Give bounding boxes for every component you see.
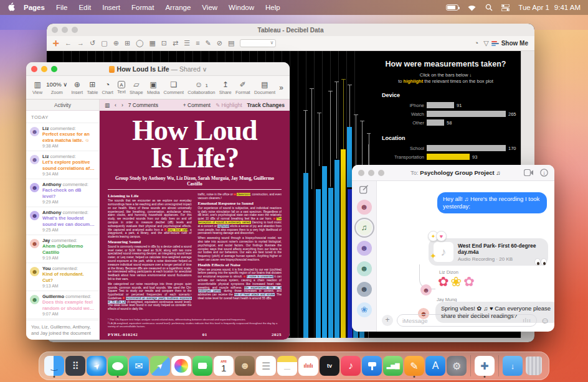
apple-menu-icon[interactable] <box>7 2 15 12</box>
dock-icon-tableau[interactable]: ✚ <box>475 356 495 376</box>
toolbar-shape-button[interactable]: ▱Shape <box>130 80 143 95</box>
conversation-avatar-6[interactable]: ❀ <box>357 302 372 317</box>
add-attachment-button[interactable]: + <box>382 315 393 326</box>
tableau-right-icon-0[interactable]: ◔ <box>475 39 479 47</box>
emoji-picker-icon[interactable]: ☺ <box>541 315 549 325</box>
boxplot-bar[interactable] <box>303 173 308 338</box>
tableau-tool-icon-0[interactable]: ← <box>65 39 72 47</box>
audio-record-icon[interactable]: ılıı <box>523 317 531 324</box>
toolbar-insert-button[interactable]: ⊕Insert <box>71 80 83 95</box>
tableau-tool-icon-2[interactable]: ↺ <box>90 39 95 47</box>
dock-icon-music[interactable]: ♪ <box>341 356 361 376</box>
dock-icon-notes[interactable]: — <box>277 356 297 376</box>
tableau-tool-icon-7[interactable]: ▦ <box>149 39 155 47</box>
dock-icon-photos[interactable] <box>171 356 191 376</box>
tableau-tool-icon-12[interactable]: ✎ <box>206 39 211 47</box>
menu-item-insert[interactable]: Insert <box>102 4 120 11</box>
audio-attachment-bubble[interactable]: ♪✦ West End Park- First 60-degree day.m4… <box>429 238 548 266</box>
prev-comment-button[interactable]: ‹ <box>115 102 116 108</box>
menu-item-file[interactable]: File <box>56 4 68 11</box>
toolbar-view-button[interactable]: ▥View <box>32 80 42 95</box>
menu-app-name[interactable]: Pages <box>24 4 45 11</box>
comment-item[interactable]: ☻Guillermo commented:Does this example f… <box>26 291 99 319</box>
tableau-tool-icon-4[interactable]: ⊕ <box>113 39 119 47</box>
add-comment-button[interactable]: + Comment <box>183 102 211 108</box>
dock-icon-app-store[interactable]: A <box>425 356 445 376</box>
toolbar-more-button[interactable]: » <box>279 83 283 92</box>
conversation-avatar-4[interactable]: ☻ <box>357 261 372 276</box>
dock-icon-trash[interactable] <box>526 356 542 375</box>
dock-icon-mail[interactable]: ✉ <box>129 356 149 376</box>
messages-titlebar[interactable]: To: Psychology Group Project ♫ i <box>352 165 554 181</box>
tableau-logo-icon[interactable]: ✛ <box>53 39 59 48</box>
tableau-tool-icon-13[interactable]: ⊘ <box>217 39 222 47</box>
comment-item[interactable]: ☻Anthony commented:Fact-check on dB leve… <box>26 179 99 207</box>
dock-icon-system-settings[interactable]: ⚙ <box>447 356 467 376</box>
wifi-icon[interactable] <box>467 4 477 11</box>
track-changes-button[interactable]: Track Changes <box>247 102 285 108</box>
toolbar-text-button[interactable]: AText <box>117 81 126 95</box>
document-page[interactable]: How LoudIs Life? Group Study by Anthony … <box>100 111 290 340</box>
toolbar-document-button[interactable]: ▤Document <box>254 80 275 95</box>
tableau-tool-icon-1[interactable]: → <box>77 39 84 47</box>
dock-icon-voice-memos[interactable]: ılıılı <box>298 356 318 376</box>
control-center-icon[interactable] <box>501 4 510 11</box>
boxplot-bar[interactable] <box>334 160 339 338</box>
dock-icon-contacts[interactable]: ☻ <box>235 356 255 376</box>
bar-iphone[interactable] <box>427 102 454 108</box>
compose-icon[interactable] <box>359 185 369 194</box>
sidebar-toggle-icon[interactable]: ▥ <box>105 102 110 108</box>
conversation-avatar-2[interactable]: ♫ <box>357 220 372 235</box>
tableau-tool-icon-5[interactable]: ⊞ <box>125 39 130 47</box>
menu-item-help[interactable]: Help <box>265 4 280 11</box>
shared-label[interactable]: — Shared ∨ <box>171 65 207 73</box>
minimize-button[interactable] <box>368 170 374 176</box>
toolbar-comment-button[interactable]: ❏Comment <box>164 80 184 95</box>
boxplot-bar[interactable] <box>328 188 333 338</box>
toolbar-share-button[interactable]: ↥Share <box>219 80 232 95</box>
dock-icon-keynote[interactable] <box>362 356 382 376</box>
tableau-right-icon-1[interactable]: ▽ <box>483 39 488 47</box>
dock-icon-numbers[interactable]: ▂▅▇ <box>383 356 403 376</box>
menu-item-view[interactable]: View <box>202 4 217 11</box>
highlight-button[interactable]: ✎ Highlight <box>216 102 242 108</box>
toolbar-media-button[interactable]: ▣Media <box>147 80 159 95</box>
tableau-tool-icon-10[interactable]: ☰ <box>184 39 190 47</box>
comment-item[interactable]: ☻Jay commented:Ahem @Guillermo Castillo9… <box>26 235 99 263</box>
tapback-reactions[interactable]: ✦♥ <box>428 231 444 241</box>
bar-watch[interactable] <box>427 111 506 117</box>
tableau-titlebar[interactable]: Tableau - Decibel Data <box>47 24 534 36</box>
toolbar-table-button[interactable]: ⊞Table <box>87 80 98 95</box>
boxplot-bar[interactable] <box>322 166 327 338</box>
dock-icon-reminders[interactable]: ☰ <box>256 356 276 376</box>
menu-item-edit[interactable]: Edit <box>78 4 91 11</box>
show-me-button[interactable]: ◔▽ Show Me <box>475 39 528 47</box>
pages-titlebar[interactable]: How Loud Is Life — Shared ∨ <box>26 62 290 76</box>
next-comment-button[interactable]: › <box>121 102 123 108</box>
toolbar-collaboration-button[interactable]: ☺ 1Collaboration <box>187 80 215 95</box>
eyes-tapback[interactable] <box>534 258 547 266</box>
dock-icon-facetime[interactable] <box>192 356 212 376</box>
menu-date[interactable]: Tue Apr 1 <box>518 4 549 11</box>
bar-school[interactable] <box>427 145 506 151</box>
group-name[interactable]: Psychology Group Project ♫ <box>420 169 500 176</box>
fit-dropdown[interactable]: ∨ <box>240 39 276 47</box>
toolbar-chart-button[interactable]: ◔Chart <box>102 80 113 95</box>
comment-item[interactable]: ☻Liz commented:Perfect excuse for an ext… <box>26 123 99 151</box>
tableau-tool-icon-9[interactable]: ⇄ <box>173 39 178 47</box>
video-call-icon[interactable] <box>524 169 534 176</box>
conversation-avatar-5[interactable]: ☻ <box>357 282 372 297</box>
bar-other[interactable] <box>427 119 444 126</box>
menu-item-window[interactable]: Window <box>229 4 254 11</box>
tableau-tool-icon-3[interactable]: ▢ <box>101 39 107 47</box>
tableau-tool-icon-14[interactable]: ▤ <box>228 39 234 47</box>
info-icon[interactable]: i <box>540 169 548 177</box>
bar-transportation[interactable] <box>427 154 470 160</box>
comment-item[interactable]: ☻Anthony commented:What's the loudest so… <box>26 207 99 235</box>
dock-icon-downloads[interactable]: ↓ <box>503 356 523 376</box>
close-button[interactable] <box>358 170 364 176</box>
menu-item-format[interactable]: Format <box>131 4 154 11</box>
dock-icon-safari[interactable]: ➤ <box>87 356 107 376</box>
dock-icon-messages[interactable] <box>108 356 128 376</box>
battery-icon[interactable] <box>446 4 458 11</box>
